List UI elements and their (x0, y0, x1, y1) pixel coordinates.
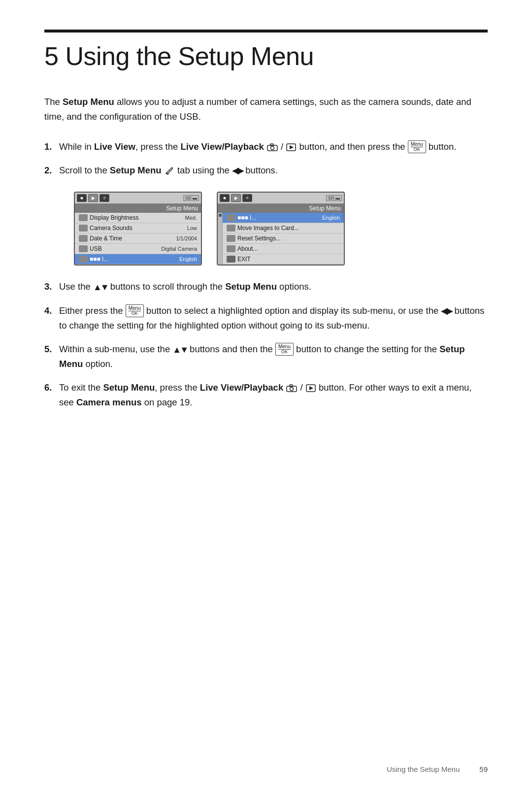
screen-right-lang-icon (227, 214, 235, 221)
screen-left: ■ ▶ ⚛ SD ▬ Setup Menu Display Brightness… (74, 192, 202, 266)
svg-rect-2 (270, 144, 273, 146)
screen-row-lang: ■■■ I... English (75, 254, 201, 265)
row-lang-value: English (179, 256, 197, 262)
screen-right-setup-icon: ⚛ (242, 194, 252, 202)
screen-right-exit-label: EXIT (237, 256, 340, 263)
screen-left-topbar: ■ ▶ ⚛ SD ▬ (75, 193, 201, 204)
row-display-label: Display Brightness (90, 214, 185, 221)
screen-right-rows: ■■■ I... English Move Images to Card... … (223, 213, 344, 265)
screen-right: ■ ▶ ⚛ SD ▬ Setup Menu ■■■ I... (217, 192, 345, 266)
step-4-menu-ok-btn: Menu OK (126, 304, 144, 317)
svg-marker-10 (309, 386, 313, 390)
screen-left-rows: Display Brightness Med. Camera Sounds Lo… (75, 213, 201, 265)
chapter-title-text: Using the Setup Menu (65, 42, 314, 70)
screen-right-lang-value: English (322, 215, 340, 221)
playback-icon (286, 143, 296, 151)
step-6: 6. To exit the Setup Menu, press the Liv… (44, 380, 488, 409)
screen-right-topbar: ■ ▶ ⚛ SD ▬ (218, 193, 344, 204)
row-date-label: Date & Time (90, 235, 176, 242)
scroll-bar (218, 213, 223, 265)
screen-right-reset-label: Reset Settings... (237, 235, 340, 242)
camera-icon (267, 143, 278, 151)
footer-chapter-text: Using the Setup Menu (387, 765, 460, 773)
step-5-number: 5. (44, 342, 59, 357)
sounds-icon (79, 225, 88, 232)
setup-menu-bold: Setup Menu (63, 97, 114, 107)
page-footer: Using the Setup Menu 59 (387, 765, 488, 773)
svg-point-7 (290, 387, 294, 391)
screen-right-row-reset: Reset Settings... (223, 233, 344, 244)
screen-row-date: Date & Time 1/1/2004 (75, 233, 201, 244)
screen-right-sd-indicator: SD ▬ (326, 195, 342, 201)
step-5-ud-arrows: ▲▼ (172, 343, 187, 357)
usb-icon (79, 245, 88, 252)
step-3-content: Use the ▲▼ buttons to scroll through the… (59, 279, 488, 295)
screen-setup-icon: ⚛ (100, 194, 109, 202)
screen-row-display: Display Brightness Med. (75, 213, 201, 223)
wrench-icon (165, 166, 174, 175)
screen-left-body: Display Brightness Med. Camera Sounds Lo… (75, 213, 201, 265)
row-usb-label: USB (90, 245, 161, 252)
step-4-number: 4. (44, 303, 59, 318)
screen-right-camera-icon: ■ (220, 194, 230, 202)
ud-arrows-icon: ▲▼ (93, 280, 108, 295)
screens-container: ■ ▶ ⚛ SD ▬ Setup Menu Display Brightness… (44, 192, 488, 266)
screen-right-playback-icon: ▶ (231, 194, 241, 202)
screen-right-move-label: Move Images to Card... (237, 225, 340, 232)
step-3-number: 3. (44, 279, 59, 294)
lr-arrows-icon: ◀▶ (232, 164, 243, 178)
row-sounds-label: Camera Sounds (90, 225, 187, 232)
screen-right-row-lang: ■■■ I... English (223, 213, 344, 223)
date-icon (79, 235, 88, 242)
chapter-header: 5 Using the Setup Menu (44, 30, 488, 71)
step-4-lr-arrows: ◀▶ (441, 304, 452, 318)
step-2-number: 2. (44, 163, 59, 178)
svg-marker-4 (290, 145, 294, 149)
scroll-thumb (219, 214, 222, 217)
screen-row-usb: USB Digital Camera (75, 244, 201, 254)
step-2: 2. Scroll to the Setup Menu tab using th… (44, 163, 488, 178)
menu-ok-button-inline: Menu OK (408, 140, 426, 153)
row-sounds-value: Low (187, 225, 197, 231)
screen-left-title: Setup Menu (75, 204, 201, 213)
screen-camera-mode-icon: ■ (77, 194, 87, 202)
screens-row: ■ ▶ ⚛ SD ▬ Setup Menu Display Brightness… (74, 192, 488, 266)
row-lang-label: ■■■ I... (90, 256, 179, 263)
step-1-content: While in Live View, press the Live View/… (59, 139, 488, 154)
screen-playback-icon: ▶ (88, 194, 98, 202)
screen-sd-indicator: SD ▬ (183, 195, 199, 201)
screen-right-move-icon (227, 225, 235, 232)
page: 5 Using the Setup Menu The Setup Menu al… (0, 0, 532, 798)
steps-list: 1. While in Live View, press the Live Vi… (44, 139, 488, 409)
step-4-content: Either press the Menu OK button to selec… (59, 303, 488, 333)
step-6-playback-icon (306, 384, 316, 392)
screen-right-title: Setup Menu (218, 204, 344, 213)
chapter-number: 5 (44, 42, 58, 70)
step-6-number: 6. (44, 380, 59, 395)
step-5: 5. Within a sub-menu, use the ▲▼ buttons… (44, 342, 488, 371)
step-1-number: 1. (44, 139, 59, 154)
screen-right-row-about: About... (223, 244, 344, 254)
step-3: 3. Use the ▲▼ buttons to scroll through … (44, 279, 488, 295)
intro-paragraph: The Setup Menu allows you to adjust a nu… (44, 95, 488, 124)
display-icon (79, 214, 88, 221)
step-6-camera-icon (286, 384, 297, 392)
screen-right-about-label: About... (237, 245, 340, 252)
footer-page-number: 59 (479, 765, 488, 773)
row-usb-value: Digital Camera (161, 246, 197, 252)
screen-right-body: ■■■ I... English Move Images to Card... … (218, 213, 344, 265)
row-date-value: 1/1/2004 (176, 235, 197, 241)
step-4: 4. Either press the Menu OK button to se… (44, 303, 488, 333)
lang-icon (79, 256, 88, 263)
step-5-content: Within a sub-menu, use the ▲▼ buttons an… (59, 342, 488, 371)
screen-right-row-exit: EXIT (223, 254, 344, 265)
chapter-title: 5 Using the Setup Menu (44, 41, 488, 71)
screen-right-lang-label: ■■■ I... (237, 214, 322, 221)
svg-rect-8 (290, 385, 293, 387)
screen-right-exit-icon (227, 256, 235, 263)
row-display-value: Med. (185, 215, 197, 221)
step-5-menu-ok-btn: Menu OK (275, 343, 294, 356)
step-2-content: Scroll to the Setup Menu tab using the ◀… (59, 163, 488, 178)
step-6-content: To exit the Setup Menu, press the Live V… (59, 380, 488, 409)
step-1: 1. While in Live View, press the Live Vi… (44, 139, 488, 154)
